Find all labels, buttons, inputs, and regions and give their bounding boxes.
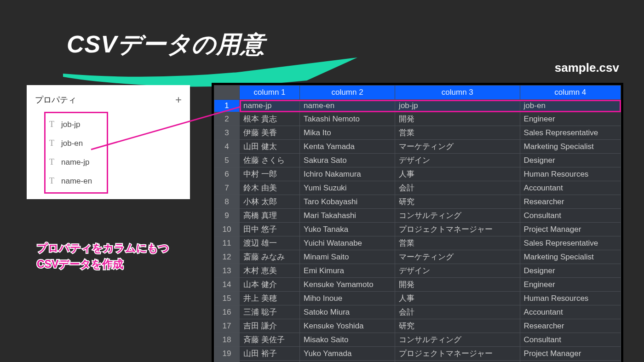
table-cell[interactable]: Minami Saito	[300, 250, 395, 264]
row-number[interactable]: 18	[214, 333, 240, 347]
table-cell[interactable]: 研究	[395, 195, 520, 209]
row-number[interactable]: 9	[214, 209, 240, 223]
table-cell[interactable]: name-jp	[240, 100, 300, 112]
table-cell[interactable]: Kensuke Yamamoto	[300, 278, 395, 292]
table-cell[interactable]: 吉田 謙介	[240, 319, 300, 333]
table-cell[interactable]: 伊藤 美香	[240, 126, 300, 140]
table-cell[interactable]: Miho Inoue	[300, 292, 395, 305]
table-cell[interactable]: 人事	[395, 292, 520, 305]
row-number[interactable]: 10	[214, 223, 240, 236]
table-cell[interactable]: プロジェクトマネージャー	[395, 223, 520, 236]
table-cell[interactable]: 開発	[395, 278, 520, 292]
table-cell[interactable]: Human Resources	[520, 167, 621, 181]
row-number[interactable]: 20	[214, 361, 240, 362]
row-number[interactable]: 6	[214, 167, 240, 181]
table-cell[interactable]: プロジェクトマネージャー	[395, 347, 520, 361]
table-cell[interactable]: Researcher	[520, 319, 621, 333]
row-number[interactable]: 8	[214, 195, 240, 209]
table-row[interactable]: 15井上 美穂Miho Inoue人事Human Resources	[214, 292, 621, 305]
table-cell[interactable]: 中村 一郎	[240, 167, 300, 181]
table-row[interactable]: 2根本 貴志Takashi Nemoto開発Engineer	[214, 112, 621, 126]
table-cell[interactable]: 山田 裕子	[240, 347, 300, 361]
table-cell[interactable]: デザイン	[395, 264, 520, 278]
table-row[interactable]: 17吉田 謙介Kensuke Yoshida研究Researcher	[214, 319, 621, 333]
table-row[interactable]: 3伊藤 美香Mika Ito営業Sales Representative	[214, 126, 621, 140]
table-cell[interactable]: Sales Representative	[520, 361, 621, 362]
table-cell[interactable]: job-jp	[395, 100, 520, 112]
table-row[interactable]: 18斉藤 美佐子Misako SaitoコンサルティングConsultant	[214, 333, 621, 347]
table-cell[interactable]: デザイン	[395, 154, 520, 167]
table-cell[interactable]: Marketing Specialist	[520, 250, 621, 264]
table-row[interactable]: 13木村 恵美Emi KimuraデザインDesigner	[214, 264, 621, 278]
table-cell[interactable]: 斉藤 美佐子	[240, 333, 300, 347]
row-number[interactable]: 11	[214, 236, 240, 250]
table-cell[interactable]: Sales Representative	[520, 236, 621, 250]
table-cell[interactable]: 会計	[395, 305, 520, 319]
table-cell[interactable]: Takashi Nemoto	[300, 112, 395, 126]
table-cell[interactable]: Engineer	[520, 278, 621, 292]
property-item[interactable]: Tjob-en	[48, 134, 93, 153]
table-row[interactable]: 16三浦 聡子Satoko Miura会計Accountant	[214, 305, 621, 319]
column-header[interactable]: column 2	[300, 86, 395, 100]
table-cell[interactable]: Yuko Tanaka	[300, 223, 395, 236]
table-cell[interactable]: Satoko Miura	[300, 305, 395, 319]
table-cell[interactable]: 小林 太郎	[240, 195, 300, 209]
row-number[interactable]: 3	[214, 126, 240, 140]
table-cell[interactable]: Mari Takahashi	[300, 209, 395, 223]
table-cell[interactable]: Kensuke Yoshida	[300, 319, 395, 333]
table-cell[interactable]: コンサルティング	[395, 209, 520, 223]
table-cell[interactable]: 営業	[395, 126, 520, 140]
table-cell[interactable]: 木村 恵美	[240, 264, 300, 278]
table-cell[interactable]: 渡辺 雄一	[240, 236, 300, 250]
table-cell[interactable]: Accountant	[520, 181, 621, 195]
table-cell[interactable]: Kenta Yamada	[300, 140, 395, 154]
table-cell[interactable]: Project Manager	[520, 223, 621, 236]
table-cell[interactable]: 三浦 聡子	[240, 305, 300, 319]
property-item[interactable]: Tname-jp	[48, 153, 93, 172]
table-cell[interactable]: マーケティング	[395, 140, 520, 154]
row-number[interactable]: 4	[214, 140, 240, 154]
row-number[interactable]: 2	[214, 112, 240, 126]
table-cell[interactable]: 山田 健太	[240, 140, 300, 154]
table-cell[interactable]: Designer	[520, 264, 621, 278]
table-cell[interactable]: 鈴木 由美	[240, 181, 300, 195]
table-cell[interactable]: 営業	[395, 361, 520, 362]
table-row[interactable]: 19山田 裕子Yuko YamadaプロジェクトマネージャーProject Ma…	[214, 347, 621, 361]
table-cell[interactable]: Accountant	[520, 305, 621, 319]
table-row[interactable]: 5佐藤 さくらSakura SatoデザインDesigner	[214, 154, 621, 167]
table-cell[interactable]: 高橋 真理	[240, 209, 300, 223]
table-cell[interactable]: Sakura Sato	[300, 154, 395, 167]
table-row[interactable]: 6中村 一郎Ichiro Nakamura人事Human Resources	[214, 167, 621, 181]
table-cell[interactable]: name-en	[300, 100, 395, 112]
table-cell[interactable]: Misako Saito	[300, 333, 395, 347]
table-row[interactable]: 14山本 健介Kensuke Yamamoto開発Engineer	[214, 278, 621, 292]
table-cell[interactable]: 研究	[395, 319, 520, 333]
table-cell[interactable]: Designer	[520, 154, 621, 167]
table-cell[interactable]: 会計	[395, 181, 520, 195]
row-number[interactable]: 7	[214, 181, 240, 195]
table-cell[interactable]: Engineer	[520, 112, 621, 126]
table-cell[interactable]: Mika Ito	[300, 126, 395, 140]
column-header[interactable]: column 4	[520, 86, 621, 100]
row-number[interactable]: 13	[214, 264, 240, 278]
table-cell[interactable]: Yumi Suzuki	[300, 181, 395, 195]
row-number[interactable]: 19	[214, 347, 240, 361]
table-cell[interactable]: 田中 悠子	[240, 223, 300, 236]
table-cell[interactable]: 斎藤 みなみ	[240, 250, 300, 264]
table-row[interactable]: 20鈴木 裕太Yuta Suzuki営業Sales Representative	[214, 361, 621, 362]
table-cell[interactable]: Researcher	[520, 195, 621, 209]
column-header[interactable]: column 1	[240, 86, 300, 100]
table-cell[interactable]: Project Manager	[520, 347, 621, 361]
table-cell[interactable]: 山本 健介	[240, 278, 300, 292]
table-cell[interactable]: Consultant	[520, 333, 621, 347]
table-cell[interactable]: Marketing Specialist	[520, 140, 621, 154]
table-cell[interactable]: 鈴木 裕太	[240, 361, 300, 362]
table-cell[interactable]: Yuta Suzuki	[300, 361, 395, 362]
table-cell[interactable]: Sales Representative	[520, 126, 621, 140]
table-cell[interactable]: 開発	[395, 112, 520, 126]
row-number[interactable]: 1	[214, 100, 240, 112]
column-header[interactable]: column 3	[395, 86, 520, 100]
row-number[interactable]: 16	[214, 305, 240, 319]
row-number[interactable]: 15	[214, 292, 240, 305]
table-cell[interactable]: job-en	[520, 100, 621, 112]
